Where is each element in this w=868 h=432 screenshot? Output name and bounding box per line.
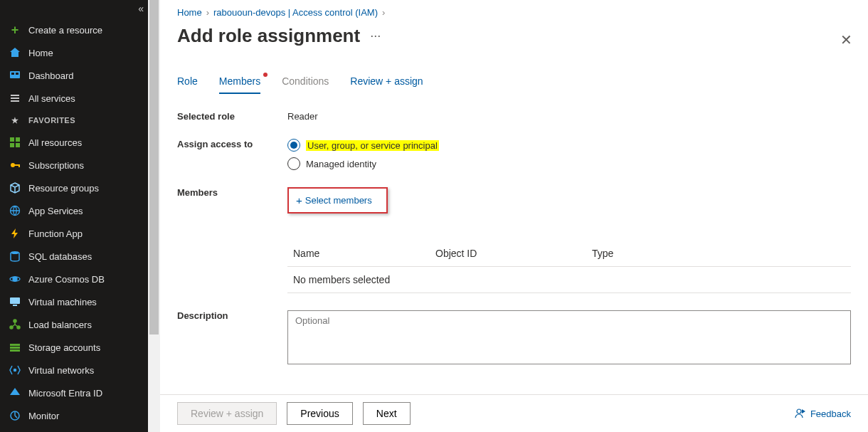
sidebar-item-all-resources[interactable]: All resources xyxy=(0,131,148,154)
select-members-label: Select members xyxy=(305,195,372,206)
radio-icon xyxy=(287,157,300,170)
sidebar-item-label: All resources xyxy=(28,137,82,148)
sidebar-item-sql-databases[interactable]: SQL databases xyxy=(0,245,148,268)
entra-icon xyxy=(9,387,21,399)
sidebar-item-label: Azure Cosmos DB xyxy=(28,274,105,285)
members-empty: No members selected xyxy=(293,274,845,285)
members-label: Members xyxy=(177,187,287,198)
review-assign-button: Review + assign xyxy=(177,402,277,425)
sidebar-collapse-icon[interactable]: « xyxy=(138,3,144,14)
svg-rect-1 xyxy=(11,73,14,75)
sidebar-item-label: Virtual machines xyxy=(28,297,97,307)
scrollbar[interactable] xyxy=(148,0,160,432)
sidebar-item-all-services[interactable]: All services xyxy=(0,87,148,110)
home-icon xyxy=(9,47,21,58)
radio-managed-identity-label: Managed identity xyxy=(306,159,376,169)
sidebar-item-label: App Services xyxy=(28,206,83,216)
sidebar-item-label: Dashboard xyxy=(28,70,74,81)
previous-button[interactable]: Previous xyxy=(287,402,352,425)
sidebar-item-virtual-networks[interactable]: Virtual networks xyxy=(0,359,148,381)
radio-icon xyxy=(287,139,300,152)
sidebar-item-microsoft-entra-id[interactable]: Microsoft Entra ID xyxy=(0,381,148,404)
more-icon[interactable]: ··· xyxy=(370,28,381,43)
breadcrumb-home[interactable]: Home xyxy=(177,7,202,18)
plus-icon: + xyxy=(296,194,302,206)
bolt-icon xyxy=(9,228,21,239)
monitor-icon xyxy=(9,410,21,421)
sidebar-item-subscriptions[interactable]: Subscriptions xyxy=(0,154,148,177)
feedback-label: Feedback xyxy=(810,409,851,419)
key-icon xyxy=(9,159,21,171)
tab-members[interactable]: Members xyxy=(219,75,260,94)
sidebar-item-label: Subscriptions xyxy=(28,160,84,171)
select-members-highlight: + Select members xyxy=(287,187,388,214)
sidebar-item-app-services[interactable]: App Services xyxy=(0,199,148,222)
svg-point-19 xyxy=(14,320,16,322)
sidebar-item-load-balancers[interactable]: Load balancers xyxy=(0,313,148,336)
sidebar-item-label: Create a resource xyxy=(28,25,102,36)
members-table: Name Object ID Type No members selected xyxy=(287,241,851,293)
breadcrumb-iam[interactable]: rabououn-devops | Access control (IAM) xyxy=(213,7,378,18)
radio-managed-identity[interactable]: Managed identity xyxy=(287,157,851,170)
db-icon xyxy=(9,251,21,262)
favorites-header: ★ FAVORITES xyxy=(0,110,148,131)
main-content: Home › rabououn-devops | Access control … xyxy=(160,0,868,432)
plus-icon: + xyxy=(9,23,21,38)
vnet-icon xyxy=(9,364,21,376)
select-members-button[interactable]: + Select members xyxy=(296,194,372,206)
radio-user-group[interactable]: User, group, or service principal xyxy=(287,139,851,152)
svg-rect-8 xyxy=(10,143,14,147)
svg-rect-18 xyxy=(13,305,17,306)
col-type: Type xyxy=(592,248,845,259)
sidebar-item-home[interactable]: Home xyxy=(0,41,148,64)
description-input[interactable] xyxy=(287,310,851,364)
svg-rect-23 xyxy=(10,347,20,349)
chevron-right-icon: › xyxy=(382,7,385,18)
svg-rect-12 xyxy=(18,164,20,167)
svg-point-15 xyxy=(13,277,17,281)
tab-role[interactable]: Role xyxy=(177,75,198,94)
sidebar-item-label: Microsoft Entra ID xyxy=(28,388,102,399)
sidebar-item-virtual-machines[interactable]: Virtual machines xyxy=(0,290,148,313)
feedback-icon xyxy=(795,408,806,419)
vm-icon xyxy=(9,296,21,307)
page-title: Add role assignment xyxy=(177,25,360,47)
sidebar-item-resource-groups[interactable]: Resource groups xyxy=(0,177,148,199)
sidebar-item-label: Monitor xyxy=(28,411,59,421)
tab-conditions: Conditions xyxy=(282,75,329,94)
selected-role-value: Reader xyxy=(287,111,851,122)
svg-point-25 xyxy=(14,369,16,372)
svg-point-27 xyxy=(797,409,801,413)
close-icon[interactable]: ✕ xyxy=(840,31,852,48)
selected-role-label: Selected role xyxy=(177,111,287,122)
sidebar-item-monitor[interactable]: Monitor xyxy=(0,404,148,427)
sidebar-item-create-a-resource[interactable]: +Create a resource xyxy=(0,19,148,41)
sidebar-item-azure-cosmos-db[interactable]: Azure Cosmos DB xyxy=(0,268,148,290)
col-object-id: Object ID xyxy=(435,248,592,259)
sidebar-item-storage-accounts[interactable]: Storage accounts xyxy=(0,336,148,359)
svg-rect-7 xyxy=(16,137,20,142)
svg-rect-17 xyxy=(10,297,20,304)
star-icon: ★ xyxy=(9,116,21,125)
breadcrumb: Home › rabououn-devops | Access control … xyxy=(177,7,851,18)
col-name: Name xyxy=(293,248,435,259)
footer: Review + assign Previous Next Feedback xyxy=(160,394,868,432)
sidebar-item-label: Storage accounts xyxy=(28,342,100,353)
list-icon xyxy=(9,93,21,104)
globe-icon xyxy=(9,205,21,216)
chevron-right-icon: › xyxy=(206,7,209,18)
sidebar: « +Create a resourceHomeDashboardAll ser… xyxy=(0,0,148,432)
svg-rect-9 xyxy=(16,143,20,147)
tab-review[interactable]: Review + assign xyxy=(350,75,423,94)
dirty-indicator-icon xyxy=(263,73,268,77)
sidebar-item-dashboard[interactable]: Dashboard xyxy=(0,64,148,87)
dash-icon xyxy=(9,70,21,81)
sidebar-item-label: Virtual networks xyxy=(28,365,94,376)
next-button[interactable]: Next xyxy=(363,402,411,425)
description-label: Description xyxy=(177,310,287,321)
svg-rect-2 xyxy=(16,73,18,75)
svg-rect-22 xyxy=(10,344,20,346)
sidebar-item-function-app[interactable]: Function App xyxy=(0,222,148,245)
svg-rect-24 xyxy=(10,349,20,352)
feedback-link[interactable]: Feedback xyxy=(795,408,851,419)
